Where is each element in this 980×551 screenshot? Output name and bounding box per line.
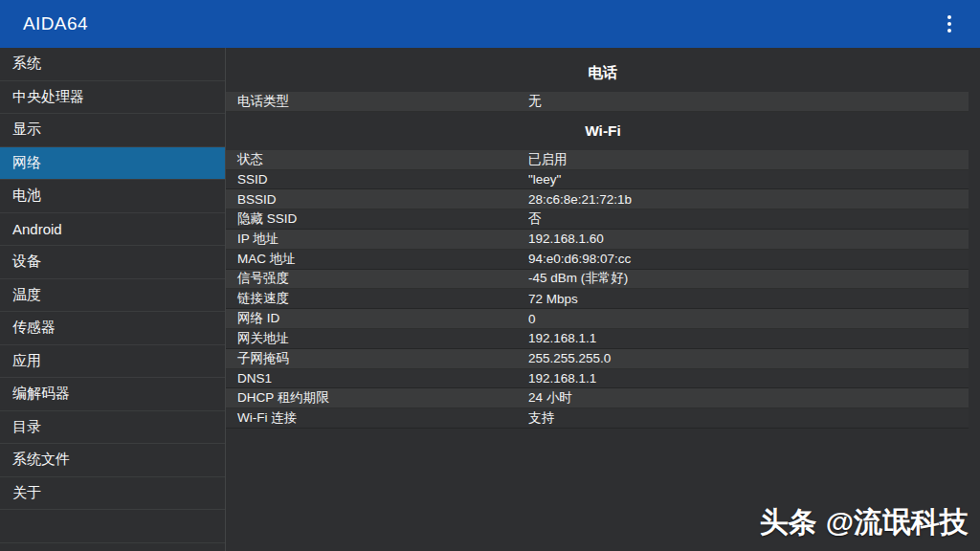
row-label: 网关地址 (226, 330, 528, 347)
sidebar-item-7[interactable]: 温度 (0, 279, 225, 313)
kebab-menu-icon (947, 22, 951, 26)
row-label: 隐藏 SSID (226, 210, 528, 228)
sidebar-item-2[interactable]: 显示 (0, 114, 225, 147)
overflow-menu-button[interactable] (932, 5, 967, 43)
info-row: 隐藏 SSID否 (226, 209, 969, 230)
app-title: AIDA64 (23, 13, 88, 34)
content-panel: 电话电话类型无Wi-Fi状态已启用SSID"leey"BSSID28:c6:8e… (226, 48, 980, 551)
row-value: 192.168.1.60 (528, 231, 969, 246)
info-row: 电话类型无 (226, 92, 969, 112)
sidebar-item-1[interactable]: 中央处理器 (0, 81, 225, 115)
section-title-1: Wi-Fi (226, 112, 980, 150)
row-value: 0 (528, 312, 969, 326)
row-value: -45 dBm (非常好) (528, 270, 969, 287)
row-value: 已启用 (528, 151, 969, 168)
row-label: 电话类型 (226, 93, 528, 110)
info-row: DHCP 租约期限24 小时 (226, 388, 969, 408)
sidebar-item-0[interactable]: 系统 (0, 48, 225, 81)
row-value: 255.255.255.0 (528, 351, 969, 365)
row-value: 94:e0:d6:98:07:cc (528, 252, 969, 266)
info-row: 网络 ID0 (226, 309, 969, 329)
row-value: 支持 (528, 409, 969, 427)
main-layout: 系统中央处理器显示网络电池Android设备温度传感器应用编解码器目录系统文件关… (0, 48, 980, 551)
aida64-app-window: AIDA64 系统中央处理器显示网络电池Android设备温度传感器应用编解码器… (0, 0, 980, 551)
row-value: 28:c6:8e:21:72:1b (528, 192, 969, 207)
row-value: "leey" (528, 172, 969, 187)
row-value: 24 小时 (528, 389, 969, 407)
sidebar-item-8[interactable]: 传感器 (0, 312, 225, 345)
sidebar-item-10[interactable]: 编解码器 (0, 378, 225, 411)
row-label: 链接速度 (226, 290, 528, 307)
sidebar-empty-row (0, 510, 225, 543)
sidebar-item-12[interactable]: 系统文件 (0, 444, 225, 477)
info-row: DNS1192.168.1.1 (226, 369, 969, 389)
kebab-menu-icon (947, 29, 951, 33)
sidebar-nav: 系统中央处理器显示网络电池Android设备温度传感器应用编解码器目录系统文件关… (0, 48, 226, 551)
info-row: 信号强度-45 dBm (非常好) (226, 270, 969, 290)
row-value: 否 (528, 210, 969, 228)
row-label: 信号强度 (226, 270, 528, 287)
row-label: 网络 ID (226, 310, 528, 327)
info-row: BSSID28:c6:8e:21:72:1b (226, 189, 969, 209)
row-value: 192.168.1.1 (528, 331, 969, 345)
row-label: SSID (226, 172, 528, 187)
sidebar-item-11[interactable]: 目录 (0, 411, 225, 445)
section-title-0: 电话 (226, 48, 980, 92)
sidebar-item-4[interactable]: 电池 (0, 180, 225, 213)
row-label: BSSID (226, 192, 528, 207)
info-row: SSID"leey" (226, 170, 969, 190)
sidebar-item-9[interactable]: 应用 (0, 345, 225, 379)
row-label: DNS1 (226, 371, 528, 386)
info-row: IP 地址192.168.1.60 (226, 230, 969, 250)
info-row: Wi-Fi 连接支持 (226, 408, 969, 429)
sidebar-item-13[interactable]: 关于 (0, 477, 225, 511)
app-bar: AIDA64 (0, 0, 980, 48)
row-value: 72 Mbps (528, 292, 969, 306)
row-label: IP 地址 (226, 231, 528, 248)
sidebar-item-6[interactable]: 设备 (0, 246, 225, 279)
row-label: 状态 (226, 151, 528, 168)
info-row: 子网掩码255.255.255.0 (226, 349, 969, 369)
row-label: Wi-Fi 连接 (226, 409, 528, 427)
info-row: MAC 地址94:e0:d6:98:07:cc (226, 250, 969, 270)
row-label: 子网掩码 (226, 350, 528, 367)
row-value: 无 (528, 93, 969, 110)
info-row: 链接速度72 Mbps (226, 289, 969, 309)
row-label: MAC 地址 (226, 251, 528, 268)
info-row: 状态已启用 (226, 150, 969, 170)
sidebar-item-3[interactable]: 网络 (0, 147, 225, 181)
kebab-menu-icon (947, 15, 951, 19)
info-row: 网关地址192.168.1.1 (226, 329, 969, 349)
sidebar-item-5[interactable]: Android (0, 213, 225, 247)
row-label: DHCP 租约期限 (226, 389, 528, 407)
row-value: 192.168.1.1 (528, 371, 969, 386)
